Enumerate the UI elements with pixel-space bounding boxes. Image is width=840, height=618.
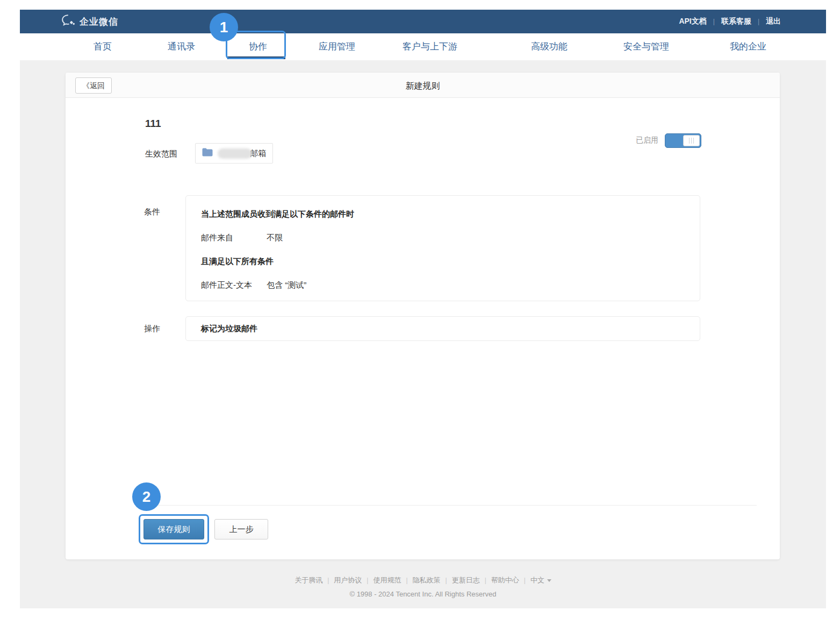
copyright: © 1998 - 2024 Tencent Inc. All Rights Re… (20, 590, 826, 598)
separator: | (446, 577, 447, 584)
redacted-scope-name (218, 148, 252, 159)
topbar-links: API文档 | 联系客服 | 退出 (679, 17, 781, 26)
condition-row: 邮件来自 不限 (201, 232, 685, 243)
footer-links: 关于腾讯 | 用户协议 | 使用规范 | 隐私政策 | 更新日志 | 帮助中心 … (20, 576, 826, 585)
rule-name: 111 (145, 118, 161, 130)
condition-subheading: 且满足以下所有条件 (201, 255, 685, 267)
caret-down-icon (547, 579, 551, 582)
chat-bubble-icon (62, 15, 76, 29)
footer-link-changelog[interactable]: 更新日志 (452, 576, 480, 585)
action-box: 标记为垃圾邮件 (185, 316, 700, 341)
api-docs-link[interactable]: API文档 (679, 17, 706, 26)
footer-link-privacy[interactable]: 隐私政策 (413, 576, 441, 585)
condition-section-label: 条件 (144, 207, 160, 217)
step1-badge: 1 (210, 13, 238, 41)
condition-field: 邮件来自 (201, 232, 264, 243)
separator: | (367, 577, 368, 584)
separator: | (485, 577, 486, 584)
nav-item-my-company[interactable]: 我的企业 (730, 33, 766, 60)
condition-field: 邮件正文-文本 (201, 279, 264, 290)
previous-step-button[interactable]: 上一步 (214, 519, 268, 539)
separator: | (758, 18, 759, 25)
brand-name: 企业微信 (80, 16, 118, 28)
footer-link-usage-rules[interactable]: 使用规范 (373, 576, 401, 585)
scope-suffix: 邮箱 (250, 148, 266, 159)
condition-box: 当上述范围成员收到满足以下条件的邮件时 邮件来自 不限 且满足以下所有条件 邮件… (185, 195, 700, 301)
action-value: 标记为垃圾邮件 (201, 324, 257, 334)
divider (144, 505, 757, 506)
step2-badge: 2 (132, 482, 161, 511)
language-selector[interactable]: 中文 (530, 576, 544, 585)
nav-item-customers[interactable]: 客户与上下游 (403, 33, 457, 60)
folder-icon (202, 148, 213, 159)
nav-item-advanced[interactable]: 高级功能 (531, 33, 568, 60)
page: 企业微信 API文档 | 联系客服 | 退出 首页 通讯录 协作 应用管理 客户… (0, 0, 840, 618)
contact-support-link[interactable]: 联系客服 (721, 17, 751, 26)
separator: | (406, 577, 407, 584)
page-title: 新建规则 (66, 81, 780, 92)
separator: | (524, 577, 526, 584)
toggle-knob (683, 135, 700, 146)
nav-item-security[interactable]: 安全与管理 (623, 33, 669, 60)
brand: 企业微信 (62, 15, 118, 29)
separator: | (713, 18, 715, 25)
scope-label: 生效范围 (145, 149, 177, 159)
footer-link-user-agreement[interactable]: 用户协议 (334, 576, 362, 585)
condition-heading: 当上述范围成员收到满足以下条件的邮件时 (201, 208, 685, 219)
condition-value: 包含 “测试” (267, 280, 306, 289)
separator: | (327, 577, 329, 584)
logout-link[interactable]: 退出 (766, 17, 781, 26)
scope-chip: 邮箱 (195, 143, 273, 164)
topbar: 企业微信 API文档 | 联系客服 | 退出 (20, 10, 826, 33)
annotation-box-step2 (139, 514, 209, 544)
action-section-label: 操作 (144, 324, 160, 334)
footer-link-help-center[interactable]: 帮助中心 (491, 576, 519, 585)
condition-row: 邮件正文-文本 包含 “测试” (201, 279, 685, 290)
enabled-toggle[interactable] (665, 133, 701, 148)
nav-item-contacts[interactable]: 通讯录 (168, 33, 195, 60)
nav-item-home[interactable]: 首页 (94, 33, 112, 60)
nav-item-app-management[interactable]: 应用管理 (319, 33, 355, 60)
condition-value: 不限 (267, 233, 283, 242)
main-nav: 首页 通讯录 协作 应用管理 客户与上下游 高级功能 安全与管理 我的企业 (20, 33, 826, 60)
enabled-label: 已启用 (636, 136, 658, 145)
footer-link-about[interactable]: 关于腾讯 (295, 576, 322, 585)
